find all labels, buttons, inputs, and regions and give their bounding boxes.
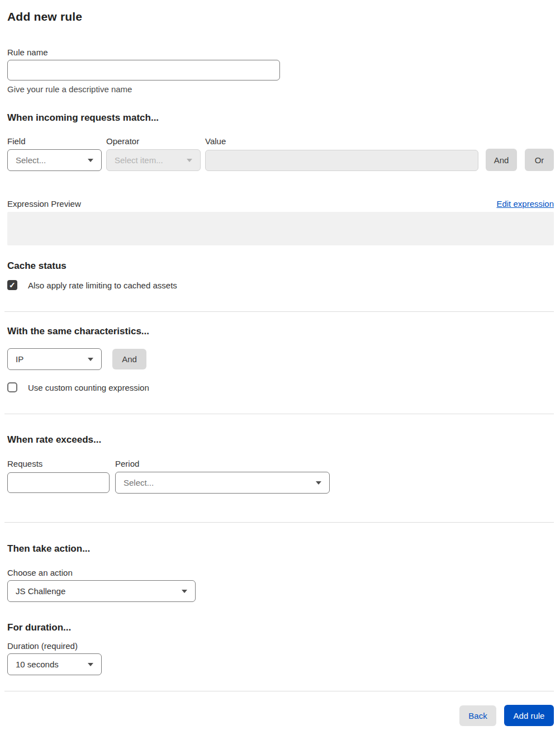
period-label: Period (115, 459, 330, 468)
section-divider (4, 414, 554, 414)
characteristics-heading: With the same characteristics... (7, 326, 554, 337)
footer-divider (4, 691, 554, 691)
duration-heading: For duration... (7, 622, 554, 633)
field-label: Field (7, 136, 102, 146)
cache-status-heading: Cache status (7, 260, 554, 272)
duration-select[interactable]: 10 seconds (7, 653, 102, 675)
match-condition-row: Field Select... Operator Select item... … (7, 136, 554, 171)
chevron-down-icon (187, 159, 192, 162)
section-divider (4, 311, 554, 312)
edit-expression-link[interactable]: Edit expression (496, 199, 554, 208)
custom-counting-checkbox-label: Use custom counting expression (28, 383, 149, 392)
rule-name-helper: Give your rule a descriptive name (7, 84, 554, 94)
period-select[interactable]: Select... (115, 472, 330, 494)
rule-name-label: Rule name (7, 48, 554, 57)
footer-actions: Back Add rule (7, 705, 554, 732)
operator-select[interactable]: Select item... (106, 149, 201, 171)
action-heading: Then take action... (7, 543, 554, 554)
cached-assets-checkbox[interactable]: ✓ (7, 280, 17, 290)
custom-counting-checkbox[interactable] (7, 382, 17, 392)
back-button[interactable]: Back (459, 705, 496, 726)
add-rule-button[interactable]: Add rule (504, 705, 554, 726)
operator-select-value: Select item... (115, 155, 163, 165)
cached-assets-checkbox-label: Also apply rate limiting to cached asset… (28, 281, 177, 290)
requests-input[interactable] (7, 472, 110, 493)
requests-label: Requests (7, 459, 110, 468)
action-select-value: JS Challenge (16, 586, 65, 596)
and-button[interactable]: And (486, 149, 517, 171)
characteristics-select-value: IP (16, 354, 23, 364)
check-icon: ✓ (9, 280, 16, 290)
chevron-down-icon (316, 481, 321, 485)
expression-preview-label: Expression Preview (7, 199, 81, 208)
characteristics-select[interactable]: IP (7, 348, 102, 370)
rule-name-input[interactable] (7, 60, 280, 80)
add-rule-form: Add new rule Rule name Give your rule a … (0, 10, 560, 732)
section-divider (4, 522, 554, 523)
chevron-down-icon (182, 590, 187, 593)
duration-label: Duration (required) (7, 641, 554, 651)
or-button[interactable]: Or (525, 149, 554, 171)
action-label: Choose an action (7, 568, 554, 577)
field-select[interactable]: Select... (7, 149, 102, 171)
value-input[interactable] (205, 150, 478, 171)
expression-preview-box (7, 212, 554, 245)
page-title: Add new rule (7, 10, 554, 23)
chevron-down-icon (88, 358, 93, 361)
field-select-value: Select... (16, 155, 46, 165)
chevron-down-icon (88, 663, 93, 666)
rate-heading: When rate exceeds... (7, 434, 554, 445)
period-select-value: Select... (124, 478, 154, 487)
operator-label: Operator (106, 136, 201, 146)
characteristics-and-button[interactable]: And (112, 349, 146, 369)
duration-select-value: 10 seconds (16, 660, 59, 669)
value-label: Value (205, 136, 478, 146)
chevron-down-icon (88, 159, 93, 162)
action-select[interactable]: JS Challenge (7, 580, 196, 602)
match-section-heading: When incoming requests match... (7, 112, 554, 124)
